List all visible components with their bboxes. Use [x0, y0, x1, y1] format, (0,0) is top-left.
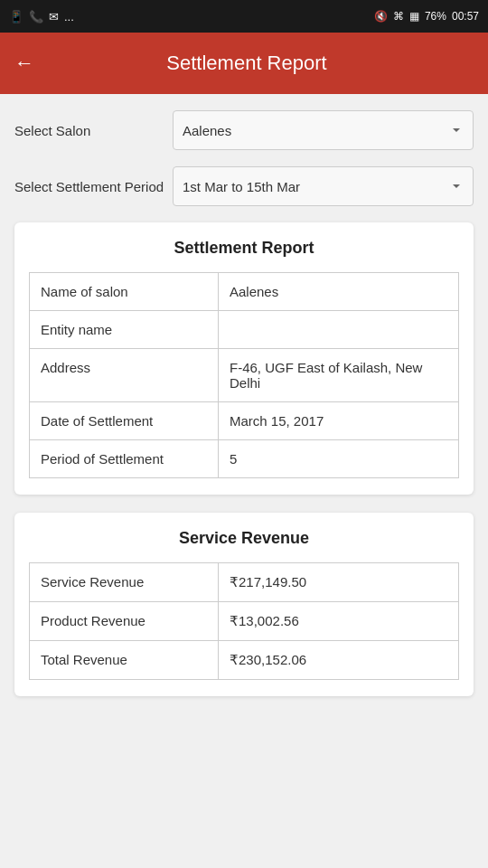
service-revenue-table: Service Revenue ₹217,149.50 Product Reve…	[29, 562, 459, 680]
row-label: Product Revenue	[30, 602, 219, 641]
more-icon: ...	[64, 10, 74, 24]
battery-level: 76%	[425, 10, 446, 23]
period-form-row: Select Settlement Period 1st Mar to 15th…	[14, 166, 474, 206]
settlement-report-table: Name of salon Aalenes Entity name Addres…	[29, 272, 459, 478]
mute-icon: 🔇	[374, 10, 388, 23]
settlement-report-card: Settlement Report Name of salon Aalenes …	[14, 222, 474, 495]
salon-form-row: Select Salon Aalenes Salon B Salon C	[14, 110, 474, 150]
row-label: Date of Settlement	[30, 402, 219, 440]
row-label: Name of salon	[30, 273, 219, 311]
signal-icon: ▦	[409, 10, 419, 23]
row-label: Entity name	[30, 311, 219, 349]
period-select[interactable]: 1st Mar to 15th Mar 16th Mar to 31st Mar	[173, 166, 474, 206]
row-label: Address	[30, 349, 219, 402]
salon-label: Select Salon	[14, 123, 173, 138]
table-row: Entity name	[30, 311, 459, 349]
row-value	[219, 311, 459, 349]
app-header: ← Settlement Report	[0, 33, 488, 94]
status-right-icons: 🔇 ⌘ ▦ 76% 00:57	[374, 10, 479, 23]
main-content: Select Salon Aalenes Salon B Salon C Sel…	[0, 94, 488, 731]
whatsapp-icon: 📱	[9, 10, 23, 24]
row-value: ₹13,002.56	[219, 602, 459, 641]
row-value: F-46, UGF East of Kailash, New Delhi	[219, 349, 459, 402]
service-revenue-title: Service Revenue	[29, 529, 459, 548]
table-row: Total Revenue ₹230,152.06	[30, 641, 459, 680]
service-revenue-card: Service Revenue Service Revenue ₹217,149…	[14, 513, 474, 696]
table-row: Service Revenue ₹217,149.50	[30, 563, 459, 602]
clock-time: 00:57	[452, 10, 479, 23]
row-value: 5	[219, 440, 459, 478]
period-label: Select Settlement Period	[14, 179, 173, 194]
row-label: Service Revenue	[30, 563, 219, 602]
row-value: Aalenes	[219, 273, 459, 311]
table-row: Address F-46, UGF East of Kailash, New D…	[30, 349, 459, 402]
status-bar: 📱 📞 ✉ ... 🔇 ⌘ ▦ 76% 00:57	[0, 0, 488, 33]
settlement-report-title: Settlement Report	[29, 239, 459, 258]
wifi-icon: ⌘	[393, 10, 404, 23]
row-value: ₹217,149.50	[219, 563, 459, 602]
row-label: Period of Settlement	[30, 440, 219, 478]
row-value: March 15, 2017	[219, 402, 459, 440]
table-row: Period of Settlement 5	[30, 440, 459, 478]
row-value: ₹230,152.06	[219, 641, 459, 680]
table-row: Date of Settlement March 15, 2017	[30, 402, 459, 440]
salon-select[interactable]: Aalenes Salon B Salon C	[173, 110, 474, 150]
email-icon: ✉	[49, 10, 59, 24]
row-label: Total Revenue	[30, 641, 219, 680]
status-left-icons: 📱 📞 ✉ ...	[9, 10, 74, 24]
phone-icon: 📞	[29, 10, 43, 24]
page-title: Settlement Report	[52, 52, 441, 75]
back-button[interactable]: ←	[14, 52, 34, 75]
table-row: Product Revenue ₹13,002.56	[30, 602, 459, 641]
table-row: Name of salon Aalenes	[30, 273, 459, 311]
